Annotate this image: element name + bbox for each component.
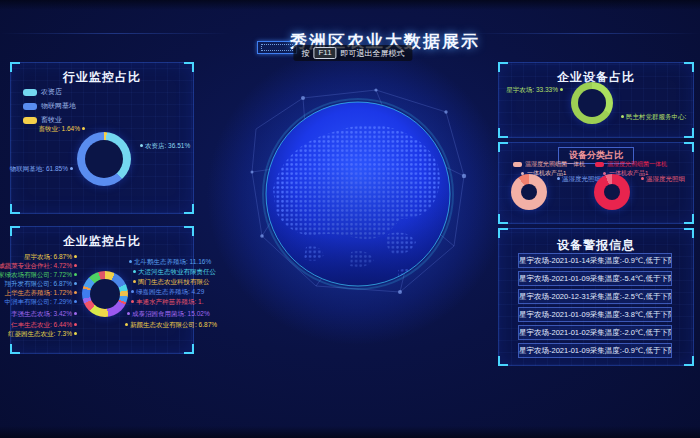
callout-text: 成泰沼园食用菌场: 15.02% [132, 310, 210, 317]
corner-decoration [684, 214, 694, 224]
enterprise-label-left-3: 翔升发有限公司: 6.87% [4, 280, 77, 287]
callout-dot [74, 291, 77, 294]
hint-prefix: 按 [301, 48, 309, 59]
callout-dot [74, 323, 77, 326]
alarm-row: 星宇农场-2021-01-09采集温度:-0.9℃,低于下限:0℃ [518, 343, 672, 358]
header: 秀洲区农业大数据展示 [0, 14, 700, 44]
hint-suffix: 即可退出全屏模式 [341, 48, 405, 59]
donut-hole [90, 279, 120, 309]
alarm-panel-title: 设备警报信息 [499, 229, 693, 254]
enterprise-label-left-6: 李强生态农场: 3.42% [11, 310, 77, 317]
corner-decoration [498, 142, 508, 152]
donut-hole [85, 140, 123, 178]
equipment-donut-chart[interactable] [571, 82, 613, 124]
legend-item-nongzidian[interactable]: 农资店 [23, 87, 76, 97]
legend-swatch [595, 162, 604, 167]
callout-dot [74, 255, 77, 258]
enterprise-label-left-8: 红菱园生态农业: 7.3% [8, 330, 77, 337]
corner-decoration [10, 204, 20, 214]
callout-dot [133, 280, 136, 283]
corner-decoration [684, 128, 694, 138]
category-right-legend-item-0[interactable]: 温湿度光照细菌一体机 [595, 160, 667, 169]
enterprise-label-right-2: 陶门生态农业科技有限公 [133, 278, 210, 285]
callout-dot [70, 167, 73, 170]
equipment-label-minzhucun: 民主村党群服务中心: [621, 113, 686, 120]
top-vignette [0, 0, 700, 10]
legend-item-wulianwang[interactable]: 物联网基地 [23, 101, 76, 111]
industry-legend: 农资店 物联网基地 畜牧业 [23, 83, 76, 125]
callout-text: 家绿农场有限公司: 7.72% [0, 271, 72, 278]
callout-dot [557, 177, 560, 180]
category-donut-left[interactable] [511, 174, 547, 210]
corner-decoration [498, 128, 508, 138]
callout-text: 绿嘉园生态养殖场: 4.29 [136, 288, 204, 295]
callout-dot [131, 290, 134, 293]
callout-dot [74, 273, 77, 276]
callout-text: 红菱园生态农业: 7.3% [8, 330, 72, 337]
equipment-label-xingyu: 星宇农场: 33.33% [506, 86, 563, 93]
corner-decoration [184, 204, 194, 214]
callout-dot [560, 88, 563, 91]
enterprise-label-left-5: 中润丰有限公司: 7.29% [4, 298, 77, 305]
enterprise-label-right-3: 绿嘉园生态养殖场: 4.29 [131, 288, 204, 295]
callout-dot [74, 282, 77, 285]
enterprise-label-right-5: 成泰沼园食用菌场: 15.02% [127, 310, 210, 317]
legend-swatch [513, 162, 522, 167]
legend-label: 温湿度光照细菌一体机 [525, 160, 585, 169]
f11-key: F11 [313, 47, 336, 59]
callout-dot [82, 127, 85, 130]
callout-text: 李强生态农场: 3.42% [11, 310, 72, 317]
alarm-row: 星宇农场-2021-01-09采集温度:-5.4℃,低于下限:0℃ [518, 271, 672, 286]
enterprise-label-left-2: 家绿农场有限公司: 7.72% [0, 271, 77, 278]
alarm-row: 星宇农场-2021-01-02采集温度:-2.0℃,低于下限:0℃ [518, 325, 672, 340]
callout-text: 翔升发有限公司: 6.87% [4, 280, 72, 287]
callout-dot [133, 270, 136, 273]
callout-text: 物联网基地: 61.85% [10, 165, 68, 172]
donut-hole [604, 184, 620, 200]
callout-text: 中润丰有限公司: 7.29% [4, 298, 72, 305]
callout-dot [140, 144, 143, 147]
corner-decoration [498, 356, 508, 366]
callout-text: 新颜生态农业有限公司: 6.87% [130, 321, 217, 328]
legend-swatch [23, 89, 37, 96]
callout-text: 畜牧业: 1.64% [38, 125, 80, 132]
callout-text: 北斗鹅生态养殖场: 11.16% [134, 258, 211, 265]
category-left-legend-item-0[interactable]: 温湿度光照细菌一体机 [513, 160, 585, 169]
callout-text: 农资店: 36.51% [145, 142, 190, 149]
enterprise-donut-chart[interactable] [82, 271, 128, 317]
callout-dot [127, 312, 130, 315]
industry-label-store: 农资店: 36.51% [140, 142, 190, 149]
legend-label: 畜牧业 [41, 115, 62, 125]
legend-swatch [23, 117, 37, 124]
bottom-vignette [0, 426, 700, 438]
panel-enterprise: 企业监控占比 星宇农场: 6.87% 和诚蔬菜专业合作社: 4.72% 家绿农场… [10, 226, 194, 354]
industry-label-livestock: 畜牧业: 1.64% [38, 125, 85, 132]
alarm-row: 星宇农场-2021-01-14采集温度:-0.9℃,低于下限:0℃ [518, 253, 672, 268]
callout-text: 民主村党群服务中心: [626, 113, 686, 120]
legend-item-xumuye[interactable]: 畜牧业 [23, 115, 76, 125]
donut-hole [521, 184, 537, 200]
callout-dot [74, 300, 77, 303]
enterprise-label-left-7: 仁丰生态农业: 6.44% [11, 321, 77, 328]
alarm-row: 星宇农场-2020-12-31采集温度:-2.5℃,低于下限:0℃ [518, 289, 672, 304]
callout-text: 星宇农场: 6.87% [24, 253, 72, 260]
legend-swatch [23, 103, 37, 110]
category-donut-right[interactable] [594, 174, 630, 210]
corner-decoration [684, 142, 694, 152]
callout-text: 星宇农场: 33.33% [506, 86, 558, 93]
donut-hole [578, 89, 606, 117]
legend-label: 物联网基地 [41, 101, 76, 111]
callout-dot [131, 300, 134, 303]
callout-text: 陶门生态农业科技有限公 [138, 278, 210, 285]
callout-dot [74, 312, 77, 315]
panel-alarm: 设备警报信息 星宇农场-2021-01-14采集温度:-0.9℃,低于下限:0℃… [498, 228, 694, 366]
enterprise-label-left-4: 上华生态养殖场: 1.72% [4, 289, 77, 296]
callout-text: 仁丰生态农业: 6.44% [11, 321, 72, 328]
callout-text: 温湿度光照细 [646, 175, 685, 182]
legend-label: 农资店 [41, 87, 62, 97]
dashboard-stage: 秀洲区农业大数据展示 按 F11 即可退出全屏模式 行业监控占比 农资店 物联网… [0, 0, 700, 438]
industry-label-iot: 物联网基地: 61.85% [10, 165, 73, 172]
corner-decoration [498, 214, 508, 224]
industry-donut-chart[interactable] [77, 132, 131, 186]
enterprise-label-left-1: 和诚蔬菜专业合作社: 4.72% [0, 262, 77, 269]
